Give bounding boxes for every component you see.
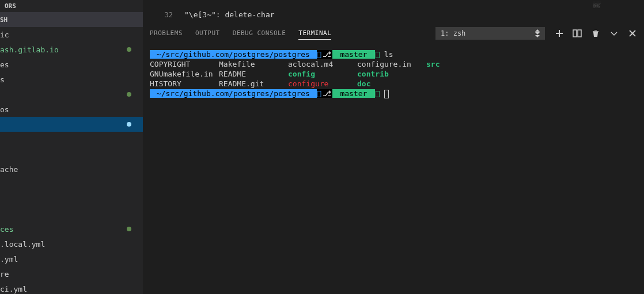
line-number: 32 <box>150 11 173 19</box>
sidebar-item[interactable] <box>0 192 143 207</box>
sidebar-item-selected[interactable] <box>0 117 143 132</box>
main-area: 32 "\e[3~": delete-char ▬▬▬ ▬▬ ▬▬▬▬ ▬▬ ▬… <box>143 0 644 294</box>
sidebar-item[interactable]: ash.gitlab.io <box>0 42 143 57</box>
new-terminal-icon[interactable] <box>554 29 563 38</box>
sidebar-item[interactable] <box>0 177 143 192</box>
sidebar-item-label: ash.gitlab.io <box>0 45 59 54</box>
sidebar-section-header: ORS <box>0 0 143 12</box>
editor-area[interactable]: 32 "\e[3~": delete-char ▬▬▬ ▬▬ ▬▬▬▬ ▬▬ ▬… <box>143 0 644 20</box>
chevron-down-icon[interactable] <box>609 29 619 38</box>
sidebar-item-label: os <box>0 105 9 114</box>
terminal-prompt-line: ~/src/github.com/postgres/postgres ⎇ ma… <box>150 89 637 99</box>
modified-dot-icon <box>127 122 131 127</box>
svg-rect-0 <box>573 30 577 37</box>
terminal-output-line: GNUmakefile.inREADMEconfigcontrib <box>150 70 637 79</box>
panel-tabs: PROBLEMS OUTPUT DEBUG CONSOLE TERMINAL <box>150 27 331 40</box>
sidebar-item-label: s <box>0 75 5 84</box>
git-branch-icon: ⎇ <box>321 50 332 59</box>
sidebar-item-label: .local.yml <box>0 240 45 249</box>
sidebar-item-label: .yml <box>0 255 18 264</box>
sidebar-item[interactable]: es <box>0 57 143 72</box>
terminal-selector-label: 1: zsh <box>441 29 465 37</box>
svg-rect-1 <box>578 30 581 37</box>
sidebar-item[interactable]: ic <box>0 27 143 42</box>
sidebar-item-label: SH <box>0 16 7 24</box>
panel-actions: 1: zsh <box>435 27 637 40</box>
prompt-branch: master <box>332 50 376 59</box>
terminal-prompt-line: ~/src/github.com/postgres/postgres ⎇ ma… <box>150 50 637 60</box>
sidebar-item[interactable]: .local.yml <box>0 236 143 251</box>
sidebar-item[interactable]: .yml <box>0 251 143 266</box>
sidebar-item-label: ache <box>0 165 18 174</box>
panel-header: PROBLEMS OUTPUT DEBUG CONSOLE TERMINAL 1… <box>143 20 644 45</box>
terminal-output-line: HISTORYREADME.gitconfiguredoc <box>150 79 637 89</box>
git-branch-icon: ⎇ <box>321 89 332 98</box>
sidebar-item[interactable] <box>0 87 143 102</box>
sidebar-item[interactable] <box>0 147 143 162</box>
modified-dot-icon <box>127 92 131 97</box>
sidebar-item-label: ces <box>0 225 13 234</box>
minimap[interactable]: ▬▬▬ ▬▬ ▬▬▬▬ ▬▬ ▬▬ ▬▬▬▬ ▬▬ ▬▬▬ ▬▬▬ ▬ ▬▬▬ … <box>592 0 644 20</box>
trash-icon[interactable] <box>591 29 600 38</box>
sidebar-item[interactable]: ces <box>0 222 143 236</box>
terminal-command: ls <box>380 50 393 59</box>
file-explorer-sidebar: ORS SH ic ash.gitlab.io es s os ache ces <box>0 0 143 294</box>
prompt-branch: master <box>332 89 376 98</box>
sidebar-item[interactable] <box>0 207 143 222</box>
sidebar-item[interactable]: SH <box>0 12 143 27</box>
sidebar-item[interactable]: ci.yml <box>0 281 143 294</box>
modified-dot-icon <box>127 47 131 52</box>
sidebar-item-label: ci.yml <box>0 285 27 293</box>
tab-terminal[interactable]: TERMINAL <box>298 27 331 40</box>
terminal-cursor <box>384 90 389 98</box>
sidebar-item-label: ic <box>0 30 9 39</box>
split-terminal-icon[interactable] <box>573 29 582 38</box>
terminal-output-line: COPYRIGHTMakefileaclocal.m4configure.ins… <box>150 60 637 70</box>
sidebar-item-label: re <box>0 270 9 278</box>
sidebar-item-label: es <box>0 60 9 69</box>
prompt-path: ~/src/github.com/postgres/postgres <box>150 89 317 98</box>
terminal-body[interactable]: ~/src/github.com/postgres/postgres ⎇ ma… <box>143 45 644 294</box>
prompt-path: ~/src/github.com/postgres/postgres <box>150 50 317 59</box>
sidebar-item[interactable] <box>0 132 143 147</box>
tab-output[interactable]: OUTPUT <box>195 27 220 40</box>
sidebar-item[interactable]: os <box>0 102 143 117</box>
sidebar-item[interactable]: s <box>0 72 143 87</box>
tab-problems[interactable]: PROBLEMS <box>150 27 183 40</box>
close-panel-icon[interactable] <box>628 29 637 38</box>
sidebar-item[interactable]: re <box>0 266 143 281</box>
modified-dot-icon <box>127 227 131 231</box>
sidebar-item[interactable]: ache <box>0 162 143 177</box>
tab-debug-console[interactable]: DEBUG CONSOLE <box>233 27 286 40</box>
terminal-selector-dropdown[interactable]: 1: zsh <box>435 27 545 40</box>
editor-line-content: "\e[3~": delete-char <box>184 10 275 19</box>
